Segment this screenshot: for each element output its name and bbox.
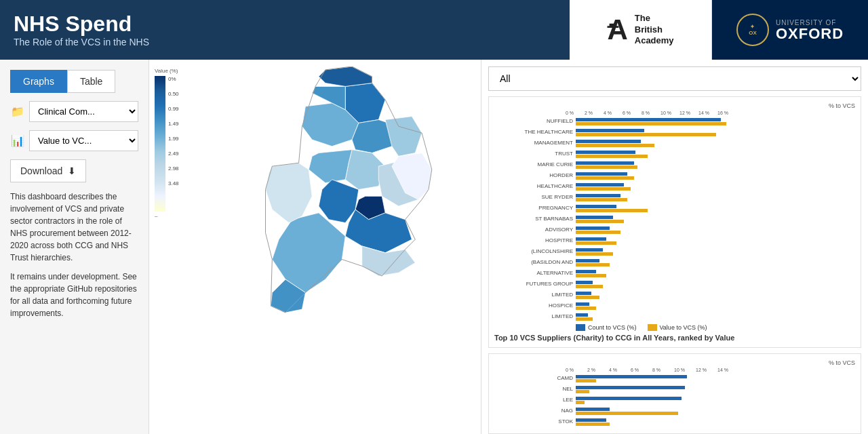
ba-monogram: 𝄼A <box>607 14 627 46</box>
tab-row: Graphs Table <box>10 70 138 93</box>
chart1-axis-label: % to VCS <box>829 102 855 109</box>
chart1-title: Top 10 VCS Suppliers (Charity) to CCG in… <box>494 334 855 342</box>
chart1-bar-row: ADVISORY <box>494 225 855 235</box>
count-swatch <box>576 324 585 331</box>
chart1-bars: NUFFIELDTHE HEALTHCAREMANAGEMENTTRUSTMAR… <box>494 117 855 321</box>
main-layout: Graphs Table 📁 Clinical Com... 📊 Value t… <box>0 60 868 434</box>
chart2-bar-row: NAG <box>494 406 855 416</box>
british-academy-logo: 𝄼A The British Academy <box>570 0 712 60</box>
chart1-bar-row: PREGNANCY <box>494 203 855 213</box>
map-container: Value (%) 0% 0.50 0.99 1.49 1.99 2.49 2.… <box>149 60 481 434</box>
chart2-bars: CAMDNELLEENAGSTOK <box>494 374 855 427</box>
svg-marker-12 <box>385 117 422 157</box>
chart1-section: % to VCS 0 % 2 % 4 % 6 % 8 % 10 % 12 % 1… <box>488 96 861 348</box>
folder-icon: 📁 <box>10 105 25 118</box>
value-vcs-select[interactable]: Value to VC... <box>29 130 138 151</box>
filter1-row: 📁 Clinical Com... <box>10 101 138 122</box>
map-area: Value (%) 0% 0.50 0.99 1.49 1.99 2.49 2.… <box>149 60 481 434</box>
value-swatch <box>648 324 657 331</box>
chart1-bar-row: FUTURES GROUP <box>494 279 855 289</box>
chart-icon: 📊 <box>10 134 25 147</box>
download-icon: ⬇ <box>68 165 76 176</box>
chart1-bar-row: HEALTHCARE <box>494 182 855 191</box>
chart2-bar-row: CAMD <box>494 374 855 383</box>
download-label: Download <box>20 165 62 176</box>
chart1-bar-row: (BASILDON AND <box>494 258 855 267</box>
chart1-bar-row: LIMITED <box>494 290 855 300</box>
oxford-seal: ✦OX <box>736 14 769 46</box>
desc-para-1: This dashboard describes the involvement… <box>10 191 138 264</box>
app-subtitle: The Role of the VCS in the NHS <box>14 37 149 47</box>
svg-marker-9 <box>266 163 313 222</box>
svg-marker-4 <box>309 150 352 183</box>
filter2-row: 📊 Value to VC... <box>10 130 138 151</box>
chart1-bar-row: NUFFIELD <box>494 117 855 126</box>
count-legend-label: Count to VCS (%) <box>588 324 637 331</box>
chart1-bar-row: HOSPITRE <box>494 236 855 245</box>
header-logos: 𝄼A The British Academy ✦OX UNIVERSITY OF… <box>570 0 868 60</box>
oxford-text: UNIVERSITY OF OXFORD <box>776 19 844 41</box>
sidebar: Graphs Table 📁 Clinical Com... 📊 Value t… <box>0 60 149 434</box>
chart2-section: % to VCS 0 % 2 % 4 % 6 % 8 % 10 % 12 % 1… <box>488 353 861 434</box>
chart2-bar-row: NEL <box>494 384 855 394</box>
app-title: NHS Spend <box>14 12 149 36</box>
header-title: NHS Spend The Role of the VCS in the NHS <box>14 12 149 47</box>
chart2-axis-label: % to VCS <box>829 359 855 366</box>
england-map-svg <box>183 66 454 419</box>
chart2-bar-row: LEE <box>494 395 855 405</box>
chart1-bar-row: ST BARNABAS <box>494 214 855 224</box>
chart1-bar-row: HOSPICE <box>494 301 855 311</box>
ba-name: The British Academy <box>635 13 674 47</box>
right-panel: All % to VCS 0 % 2 % 4 % 6 % 8 % 10 % 12… <box>481 60 868 434</box>
tab-graphs[interactable]: Graphs <box>10 70 67 93</box>
chart2-bar-row: STOK <box>494 417 855 427</box>
oxford-logo: ✦OX UNIVERSITY OF OXFORD <box>712 0 868 60</box>
desc-para-2: It remains under development. See the ap… <box>10 271 138 319</box>
clinical-commissioner-select[interactable]: Clinical Com... <box>29 101 138 122</box>
chart1-bar-row: LIMITED <box>494 312 855 321</box>
all-dropdown[interactable]: All <box>488 66 861 91</box>
chart2-x-axis: 0 % 2 % 4 % 6 % 8 % 10 % 12 % 14 % <box>566 368 855 372</box>
value-legend-label: Value to VCS (%) <box>660 324 707 331</box>
legend-bottom-dash: – <box>155 213 178 219</box>
tab-table[interactable]: Table <box>67 70 115 93</box>
download-button[interactable]: Download ⬇ <box>10 159 86 182</box>
chart1-bar-row: ALTERNATIVE <box>494 269 855 278</box>
svg-marker-7 <box>345 210 412 253</box>
chart1-bar-row: THE HEALTHCARE <box>494 127 855 137</box>
description-text: This dashboard describes the involvement… <box>10 191 138 326</box>
chart1-bar-row: SUE RYDER <box>494 193 855 202</box>
header: NHS Spend The Role of the VCS in the NHS… <box>0 0 868 60</box>
map-legend: Value (%) 0% 0.50 0.99 1.49 1.99 2.49 2.… <box>155 68 178 219</box>
svg-marker-8 <box>272 213 345 293</box>
chart1-legend: Count to VCS (%) Value to VCS (%) <box>576 324 855 331</box>
chart1-bar-row: (LINCOLNSHIRE <box>494 247 855 256</box>
chart1-bar-row: MANAGEMENT <box>494 138 855 148</box>
legend-gradient <box>155 76 165 212</box>
chart1-bar-row: TRUST <box>494 149 855 159</box>
legend-title: Value (%) <box>155 68 178 74</box>
chart1-bar-row: MARIE CURIE <box>494 160 855 170</box>
chart1-bar-row: HORDER <box>494 171 855 180</box>
chart1-x-axis: 0 % 2 % 4 % 6 % 8 % 10 % 12 % 14 % 16 % <box>566 111 855 115</box>
